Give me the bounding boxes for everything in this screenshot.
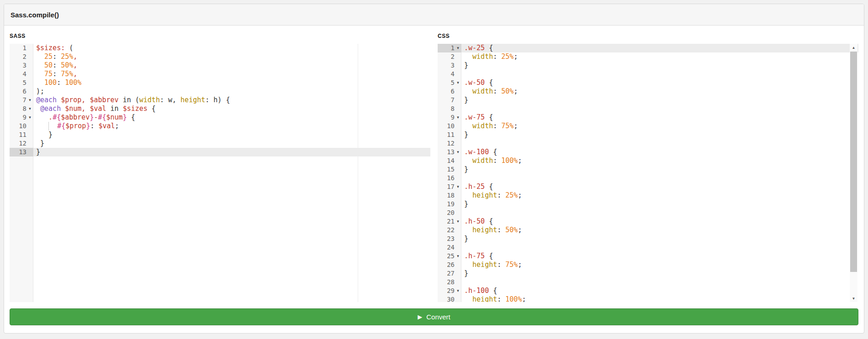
code-text (461, 209, 464, 217)
gutter-cell: 25▾ (438, 252, 461, 261)
line-number: 21 (439, 217, 455, 226)
code-line: 11 } (10, 130, 430, 139)
css-editor-scrollbar[interactable]: ▲ ▼ (850, 44, 857, 302)
fold-arrow-icon[interactable]: ▾ (455, 148, 461, 156)
fold-arrow-icon[interactable]: ▾ (26, 113, 33, 122)
code-line: 2 25: 25%, (10, 52, 430, 61)
line-number: 13 (11, 148, 26, 156)
code-line: 1$sizes: ( (10, 44, 430, 52)
gutter-cell: 1▾ (438, 44, 461, 52)
code-line: 15} (438, 165, 858, 174)
line-number: 7 (439, 96, 455, 104)
line-number: 18 (439, 191, 455, 200)
code-line: 5▾.w-50 { (438, 78, 858, 87)
code-text (461, 104, 464, 113)
gutter-cell: 4 (438, 70, 461, 78)
code-line: 2 width: 25%; (438, 52, 858, 61)
code-line: 21▾.h-50 { (438, 217, 858, 226)
fold-arrow-icon[interactable]: ▾ (455, 44, 461, 52)
line-number: 10 (11, 122, 26, 130)
code-line: 12 (438, 139, 858, 148)
line-number: 28 (439, 278, 455, 287)
code-text: } (461, 269, 468, 278)
line-number: 5 (11, 78, 26, 87)
code-line: 1▾.w-25 { (438, 44, 858, 52)
gutter-cell: 14 (438, 156, 461, 165)
css-code-editor[interactable]: ▲ ▼ 1▾.w-25 {2 width: 25%;3}45▾.w-50 {6 … (438, 44, 858, 302)
code-text (461, 174, 464, 183)
line-number: 19 (439, 200, 455, 209)
code-text: .w-25 { (461, 44, 493, 52)
code-line: 26 height: 75%; (438, 261, 858, 269)
gutter-cell: 8 (438, 104, 461, 113)
gutter-cell: 22 (438, 226, 461, 235)
code-text: } (461, 200, 468, 209)
scrollbar-up-icon[interactable]: ▲ (850, 44, 857, 51)
fold-arrow-icon[interactable]: ▾ (26, 104, 33, 113)
code-line: 16 (438, 174, 858, 183)
gutter-cell: 4 (10, 70, 33, 78)
fold-arrow-icon[interactable]: ▾ (455, 78, 461, 87)
line-number: 3 (439, 61, 455, 70)
line-number: 2 (11, 52, 26, 61)
fold-arrow-icon[interactable]: ▾ (455, 113, 461, 122)
editor-columns: SASS 1$sizes: (2 25: 25%,3 50: 50%,4 75:… (10, 33, 858, 302)
line-number: 9 (11, 113, 26, 122)
gutter-cell: 11 (10, 130, 33, 139)
line-number: 2 (439, 52, 455, 61)
gutter-cell: 2 (438, 52, 461, 61)
line-number: 24 (439, 243, 455, 252)
code-text: width: 75%; (461, 122, 518, 130)
code-line: 7▾@each $prop, $abbrev in (width: w, hei… (10, 96, 430, 104)
code-line: 8 (438, 104, 858, 113)
code-line: 6 width: 50%; (438, 87, 858, 96)
code-text: @each $prop, $abbrev in (width: w, heigh… (33, 96, 230, 104)
gutter-cell: 6 (438, 87, 461, 96)
gutter-cell: 24 (438, 243, 461, 252)
line-number: 25 (439, 252, 455, 261)
line-number: 22 (439, 226, 455, 235)
code-text: #{$prop}: $val; (33, 122, 119, 130)
code-text: height: 75%; (461, 261, 522, 269)
code-line: 29▾.h-100 { (438, 287, 858, 295)
line-number: 9 (439, 113, 455, 122)
code-text: width: 50%; (461, 87, 518, 96)
fold-arrow-icon[interactable]: ▾ (455, 287, 461, 295)
gutter-cell: 10 (438, 122, 461, 130)
scrollbar-thumb[interactable] (850, 52, 857, 272)
code-text: } (461, 165, 468, 174)
code-text (461, 243, 464, 252)
code-text (461, 278, 464, 287)
sass-label: SASS (10, 33, 430, 39)
fold-arrow-icon[interactable]: ▾ (26, 96, 33, 104)
convert-button-label: Convert (426, 313, 450, 321)
code-text: } (33, 139, 44, 148)
code-line: 4 75: 75%, (10, 70, 430, 78)
code-line: 20 (438, 209, 858, 217)
code-line: 23} (438, 235, 858, 243)
code-text: .w-100 { (461, 148, 497, 156)
fold-arrow-icon[interactable]: ▾ (455, 252, 461, 261)
fold-arrow-icon[interactable]: ▾ (455, 183, 461, 191)
code-text: 100: 100% (33, 78, 81, 87)
line-number: 17 (439, 183, 455, 191)
code-text: height: 50%; (461, 226, 522, 235)
code-line: 13} (10, 148, 430, 156)
line-number: 14 (439, 156, 455, 165)
gutter-cell: 13 (10, 148, 33, 156)
gutter-cell: 8▾ (10, 104, 33, 113)
gutter-cell: 15 (438, 165, 461, 174)
convert-button[interactable]: ▶ Convert (10, 308, 858, 325)
code-text: .w-75 { (461, 113, 493, 122)
code-text: width: 25%; (461, 52, 518, 61)
fold-arrow-icon[interactable]: ▾ (455, 217, 461, 226)
code-line: 10 #{$prop}: $val; (10, 122, 430, 130)
gutter-cell: 12 (10, 139, 33, 148)
scrollbar-down-icon[interactable]: ▼ (850, 295, 857, 302)
code-line: 28 (438, 278, 858, 287)
line-number: 27 (439, 269, 455, 278)
line-number: 3 (11, 61, 26, 70)
code-line: 9▾.w-75 { (438, 113, 858, 122)
code-line: 18 height: 25%; (438, 191, 858, 200)
sass-code-editor[interactable]: 1$sizes: (2 25: 25%,3 50: 50%,4 75: 75%,… (10, 44, 430, 302)
